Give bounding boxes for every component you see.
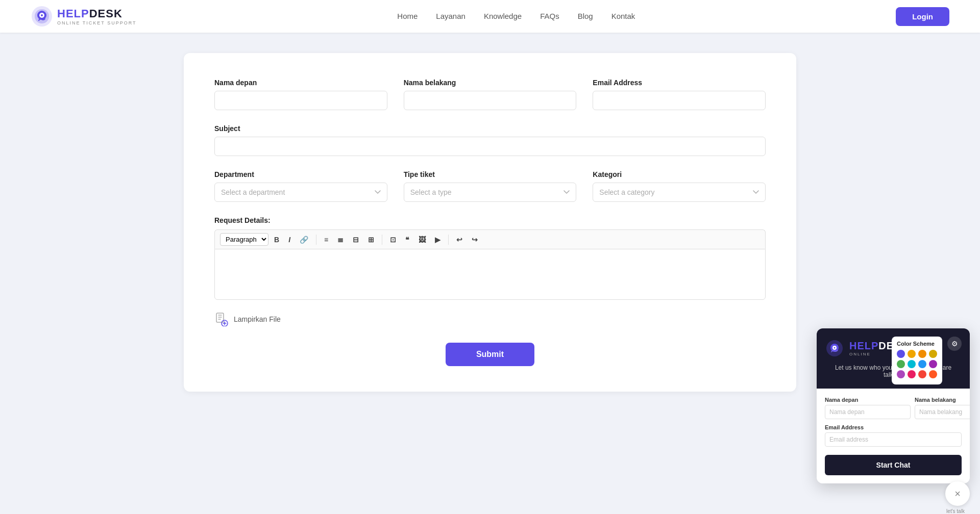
toolbar-italic[interactable]: I <box>285 234 294 246</box>
color-dot-lavender[interactable] <box>897 370 905 378</box>
chat-input-nama-belakang[interactable] <box>915 405 970 419</box>
color-dot-green[interactable] <box>897 360 905 368</box>
group-request-details: Request Details: Paragraph B I 🔗 ≡ ≣ ⊟ ⊞… <box>214 216 766 300</box>
input-email[interactable] <box>593 91 766 110</box>
input-nama-depan[interactable] <box>214 91 387 110</box>
login-button[interactable]: Login <box>896 7 949 26</box>
group-nama-belakang: Nama belakang <box>404 79 577 110</box>
chat-body: Nama depan Nama belakang Email Address S… <box>817 389 970 483</box>
label-nama-belakang: Nama belakang <box>404 79 577 87</box>
logo-text: HELPDESK ONLINE TICKET SUPPORT <box>57 7 137 25</box>
toolbar-link[interactable]: 🔗 <box>296 234 312 246</box>
label-nama-depan: Nama depan <box>214 79 387 87</box>
logo-sub: ONLINE TICKET SUPPORT <box>57 20 137 25</box>
nav-faqs[interactable]: FAQs <box>540 12 559 21</box>
color-scheme-title: Color Scheme <box>897 341 937 347</box>
row-subject: Subject <box>214 124 766 156</box>
color-dot-deeporange[interactable] <box>929 370 937 378</box>
toolbar-table[interactable]: ⊡ <box>386 234 400 246</box>
row-names-email: Nama depan Nama belakang Email Address <box>214 79 766 110</box>
group-subject: Subject <box>214 124 766 156</box>
chat-input-email[interactable] <box>825 432 962 447</box>
color-dot-orange[interactable] <box>918 350 926 358</box>
editor-body[interactable] <box>214 249 766 300</box>
select-tipe[interactable]: Select a type <box>404 183 577 202</box>
group-nama-depan: Nama depan <box>214 79 387 110</box>
color-dot-red[interactable] <box>918 370 926 378</box>
gear-icon[interactable]: ⚙ <box>947 337 962 351</box>
input-subject[interactable] <box>214 137 766 156</box>
row-dept-tipe-kategori: Department Select a department Tipe tike… <box>214 170 766 202</box>
logo: HELPDESK ONLINE TICKET SUPPORT <box>31 5 137 28</box>
toolbar-sep3 <box>448 235 449 245</box>
toolbar-video[interactable]: ▶ <box>431 234 444 246</box>
toolbar-ul[interactable]: ≡ <box>321 234 332 246</box>
chat-label-nama-belakang: Nama belakang <box>915 397 970 403</box>
navbar: HELPDESK ONLINE TICKET SUPPORT Home Laya… <box>0 0 980 33</box>
submit-button[interactable]: Submit <box>446 343 534 366</box>
svg-point-4 <box>41 14 43 16</box>
svg-point-11 <box>834 347 836 349</box>
chat-name-row: Nama depan Nama belakang <box>825 397 962 419</box>
toolbar-indent[interactable]: ⊞ <box>364 234 378 246</box>
chat-logo-icon <box>825 339 844 358</box>
toolbar-blockquote[interactable]: ❝ <box>402 234 413 246</box>
chat-group-last-name: Nama belakang <box>915 397 970 419</box>
toolbar-undo[interactable]: ↩ <box>453 234 466 246</box>
input-nama-belakang[interactable] <box>404 91 577 110</box>
group-kategori: Kategori Select a category <box>593 170 766 202</box>
toolbar-bold[interactable]: B <box>271 234 283 246</box>
chat-label-nama-depan: Nama depan <box>825 397 911 403</box>
toolbar-image[interactable]: 🖼 <box>415 234 429 246</box>
attach-icon <box>214 312 229 326</box>
select-kategori[interactable]: Select a category <box>593 183 766 202</box>
editor-toolbar: Paragraph B I 🔗 ≡ ≣ ⊟ ⊞ ⊡ ❝ 🖼 ▶ ↩ ↪ <box>214 229 766 249</box>
file-attach[interactable]: Lampirkan File <box>214 312 766 326</box>
chat-widget: HELPDESK ONLINE ⚙ Color Scheme <box>817 328 970 483</box>
group-email: Email Address <box>593 79 766 110</box>
nav-knowledge[interactable]: Knowledge <box>484 12 522 21</box>
color-dot-pink[interactable] <box>908 370 916 378</box>
label-tipe: Tipe tiket <box>404 170 577 178</box>
chat-label-email: Email Address <box>825 424 962 430</box>
toolbar-sep2 <box>382 235 382 245</box>
nav-home[interactable]: Home <box>397 12 418 21</box>
label-email: Email Address <box>593 79 766 87</box>
toolbar-redo[interactable]: ↪ <box>468 234 481 246</box>
toolbar-outdent[interactable]: ⊟ <box>349 234 362 246</box>
color-dot-blue[interactable] <box>918 360 926 368</box>
color-dots-row3 <box>897 370 937 378</box>
logo-title: HELPDESK <box>57 7 137 20</box>
color-dot-purple[interactable] <box>897 350 905 358</box>
label-subject: Subject <box>214 124 766 133</box>
logo-icon <box>31 5 53 28</box>
nav-layanan[interactable]: Layanan <box>436 12 465 21</box>
chat-group-email: Email Address <box>825 424 962 447</box>
color-dots-row2 <box>897 360 937 368</box>
form-card: Nama depan Nama belakang Email Address S… <box>184 53 796 392</box>
attach-label: Lampirkan File <box>234 315 281 323</box>
chat-group-first-name: Nama depan <box>825 397 911 419</box>
label-kategori: Kategori <box>593 170 766 178</box>
toolbar-ol[interactable]: ≣ <box>334 234 347 246</box>
chat-lets-talk: let's talk <box>935 508 976 514</box>
label-department: Department <box>214 170 387 178</box>
color-dot-cyan[interactable] <box>908 360 916 368</box>
color-dot-yellow[interactable] <box>908 350 916 358</box>
group-department: Department Select a department <box>214 170 387 202</box>
toolbar-paragraph-select[interactable]: Paragraph <box>220 233 268 246</box>
color-dot-violet[interactable] <box>929 360 937 368</box>
color-scheme-popup: Color Scheme <box>892 337 942 384</box>
chat-input-nama-depan[interactable] <box>825 405 911 419</box>
select-department[interactable]: Select a department <box>214 183 387 202</box>
chat-header: HELPDESK ONLINE ⚙ Color Scheme <box>817 328 970 389</box>
start-chat-button[interactable]: Start Chat <box>825 455 962 475</box>
color-dots-row1 <box>897 350 937 358</box>
submit-row: Submit <box>214 343 766 366</box>
color-dot-gold[interactable] <box>929 350 937 358</box>
nav-links: Home Layanan Knowledge FAQs Blog Kontak <box>397 12 635 21</box>
nav-kontak[interactable]: Kontak <box>611 12 635 21</box>
toolbar-sep1 <box>316 235 316 245</box>
nav-blog[interactable]: Blog <box>578 12 593 21</box>
chat-close-button[interactable]: × <box>945 481 970 506</box>
